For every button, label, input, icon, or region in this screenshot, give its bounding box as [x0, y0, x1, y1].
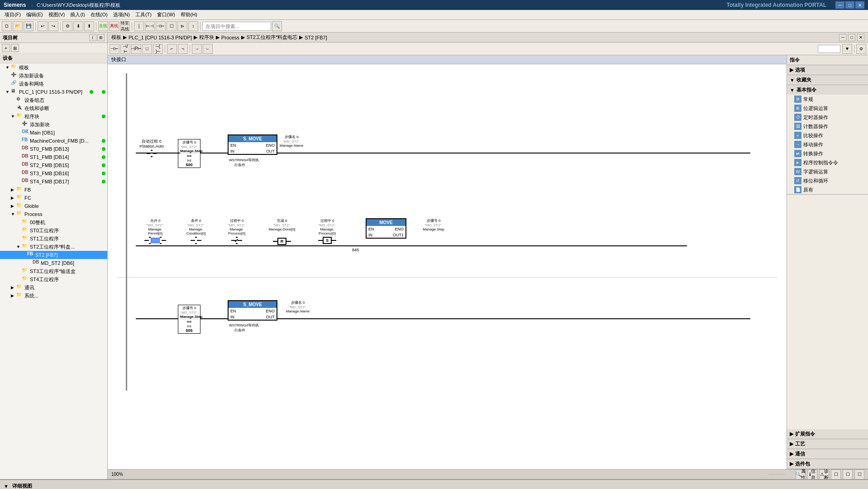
tree-item-plc[interactable]: ▼ 🖥 PLC_1 [CPU 1516-3 PN/DP] [0, 88, 107, 96]
search-button[interactable]: 🔍 [272, 21, 282, 31]
lad-close-branch[interactable]: ¬ [178, 44, 188, 54]
basic-instructions-header[interactable]: ▼ 基本指令 [787, 85, 868, 95]
view-toggle-btn2[interactable]: ☐ [843, 470, 853, 479]
comm-arrow[interactable]: ▶ [11, 285, 16, 290]
settings-btn[interactable]: ⚙ [856, 44, 866, 54]
compile-button[interactable]: ⚙ [62, 21, 72, 31]
btn-t3[interactable]: ⊣⊢ [156, 21, 166, 31]
btn-t1[interactable]: | [134, 21, 144, 31]
craft-header[interactable]: ▶ 工艺 [787, 439, 868, 449]
tree-item-st1-proc[interactable]: 📁 ST1工位程序 [0, 235, 107, 243]
view-toggle-btn3[interactable]: ☐ [854, 470, 864, 479]
fb-folder-arrow[interactable]: ▶ [11, 187, 16, 192]
options-header[interactable]: ▶ 选项 [787, 65, 868, 75]
lad-btn2[interactable]: ← [203, 44, 213, 54]
system-arrow[interactable]: ▶ [11, 293, 16, 298]
tree-item-fc-folder[interactable]: ▶ 📁 FC [0, 194, 107, 202]
tree-item-add-block[interactable]: ➕ 添加新块 [0, 120, 107, 129]
tree-item-machine-control[interactable]: FB MachineControl_FMB [D... [0, 137, 107, 145]
ri-program-control[interactable]: ► 程序控制指令令 [787, 158, 868, 167]
upload-button[interactable]: ⬆ [84, 21, 94, 31]
ri-compare[interactable]: = 比较操作 [787, 131, 868, 140]
bc-part3[interactable]: 程序块 [199, 34, 214, 41]
menu-view[interactable]: 视图(V) [46, 10, 68, 19]
lad-coil[interactable]: ─( )─ [153, 44, 163, 54]
tree-item-program-blocks[interactable]: ▼ 📁 程序块 [0, 112, 107, 120]
zoom-input[interactable]: 100% [818, 45, 840, 53]
bc-part4[interactable]: Process [221, 35, 239, 40]
bc-part6[interactable]: ST2 [FB7] [305, 35, 327, 40]
menu-edit[interactable]: 编辑(E) [24, 10, 46, 19]
editor-window-close[interactable]: ✕ [857, 34, 864, 41]
tree-item-network[interactable]: 🔗 设备和网络 [0, 80, 107, 88]
menu-insert[interactable]: 插入(I) [67, 10, 87, 19]
new-project-button[interactable]: 🗋 [2, 21, 12, 31]
tree-item-add-device[interactable]: ➕ 添加新设备 [0, 72, 107, 80]
ladder-canvas[interactable]: 快接口 自动 [108, 55, 787, 469]
tree-item-system[interactable]: ▶ 📁 系统... [0, 292, 107, 300]
tree-content[interactable]: ▼ 📁 模板 ➕ 添加新设备 🔗 设备和网络 ▼ 🖥 PLC_1 [C [0, 63, 107, 479]
save-project-button[interactable]: 💾 [24, 21, 33, 31]
process-arrow[interactable]: ▼ [11, 212, 16, 216]
tree-options-button[interactable]: ⊞ [97, 34, 105, 41]
lad-box[interactable]: □ [142, 44, 152, 54]
tree-root[interactable]: ▼ 📁 模板 [0, 63, 107, 72]
tree-item-st3-proc[interactable]: 📁 ST3工位程序*输送盒 [0, 267, 107, 275]
tree-item-md-st2[interactable]: DB MD_ST2 [DB6] [0, 259, 107, 267]
tree-item-globle[interactable]: ▶ 📁 Globle [0, 202, 107, 210]
bc-part5[interactable]: ST2工位程序*料盘电芯 [247, 34, 297, 41]
ri-timer[interactable]: ⏱ 定时器操作 [787, 113, 868, 122]
diagnostics-tab[interactable]: ⚠ 诊断 [819, 470, 829, 479]
tree-item-st2-folder[interactable]: ▼ 📁 ST2工位程序*料盘... [0, 243, 107, 251]
ri-convert[interactable]: ⇄ 转换操作 [787, 149, 868, 158]
tree-item-st2-fb7[interactable]: FB ST2 [FB7] [0, 251, 107, 259]
ri-shift-cycle[interactable]: ↺ 移位和循环 [787, 176, 868, 185]
download-button[interactable]: ⬇ [73, 21, 83, 31]
lad-contact-nc[interactable]: ⊣/⊢ [120, 44, 130, 54]
menu-options[interactable]: 选项(N) [110, 10, 133, 19]
close-button[interactable]: ✕ [855, 1, 864, 9]
tree-expand-button[interactable]: ⟨ [89, 34, 96, 41]
tree-item-st3-fmb[interactable]: DB ST3_FMB [DB16] [0, 169, 107, 177]
menu-online[interactable]: 在线(O) [88, 10, 110, 19]
favorites-header[interactable]: ▼ 收藏夹 [787, 75, 868, 85]
info-tab[interactable]: ℹ 信息 [807, 470, 817, 479]
btn-t6[interactable]: ↕ [188, 21, 198, 31]
tree-item-st0-fmb[interactable]: DB ST0_FMB [DB13] [0, 145, 107, 153]
ri-legacy[interactable]: 📄 原有 [787, 185, 868, 194]
tree-item-device-config[interactable]: ⚙ 设备组态 [0, 96, 107, 104]
tree-item-st2-fmb[interactable]: DB ST2_FMB [DB15] [0, 161, 107, 169]
minimize-button[interactable]: ─ [835, 1, 844, 9]
search-input[interactable] [202, 22, 271, 31]
ri-word-logic[interactable]: W 字逻辑运算 [787, 167, 868, 176]
redo-button[interactable]: ↪ [48, 21, 58, 31]
btn-t2[interactable]: ⊢⊣ [145, 21, 155, 31]
tree-item-st1-fmb[interactable]: DB ST1_FMB [DB14] [0, 153, 107, 161]
tree-item-process[interactable]: ▼ 📁 Process [0, 210, 107, 218]
tree-root-arrow[interactable]: ▼ [5, 65, 11, 70]
tree-item-online-diag[interactable]: 🔌 在线和诊断 [0, 104, 107, 112]
lad-btn1[interactable]: → [192, 44, 202, 54]
tree-item-comm[interactable]: ▶ 📁 通讯 [0, 283, 107, 292]
ri-move[interactable]: → 移动操作 [787, 140, 868, 149]
tree-item-main-ob1[interactable]: OB Main [OB1] [0, 129, 107, 137]
zoom-dropdown[interactable]: ▼ [842, 44, 852, 54]
open-project-button[interactable]: 📂 [13, 21, 23, 31]
menu-help[interactable]: 帮助(H) [178, 10, 200, 19]
menu-window[interactable]: 窗口(W) [154, 10, 178, 19]
menu-tools[interactable]: 工具(T) [133, 10, 154, 19]
tree-item-st4-fmb[interactable]: DB ST4_FMB [DB17] [0, 177, 107, 186]
ri-counter[interactable]: 🔢 计数器操作 [787, 122, 868, 131]
program-blocks-arrow[interactable]: ▼ [11, 114, 16, 119]
fc-folder-arrow[interactable]: ▶ [11, 196, 16, 200]
package-header[interactable]: ▶ 选件包 [787, 459, 868, 469]
go-offline-button[interactable]: 离线 [109, 21, 119, 31]
tree-btn2[interactable]: ⊞ [11, 44, 19, 52]
menu-project[interactable]: 项目(F) [2, 10, 24, 19]
go-online-button[interactable]: 在线 [98, 21, 108, 31]
lad-contact-no[interactable]: ⊣⊢ [110, 44, 119, 54]
ri-bit-logic[interactable]: ⊞ 位逻辑运算 [787, 104, 868, 113]
globle-arrow[interactable]: ▶ [11, 204, 16, 208]
tree-item-st0-proc[interactable]: 📁 ST0工位程序 [0, 226, 107, 235]
tree-item-st4-proc[interactable]: 📁 ST4工位程序 [0, 275, 107, 283]
